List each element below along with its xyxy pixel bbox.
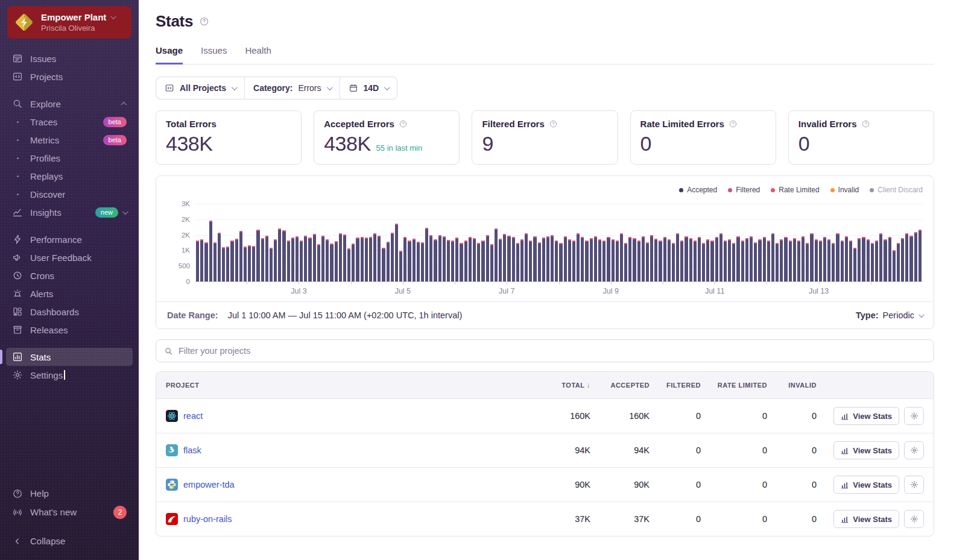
bar[interactable] xyxy=(464,241,467,282)
bar[interactable] xyxy=(244,247,247,282)
bar[interactable] xyxy=(559,243,562,282)
type-dropdown[interactable]: Type: Periodic xyxy=(856,310,923,320)
bar[interactable] xyxy=(196,241,199,282)
bar[interactable] xyxy=(434,239,437,282)
page-help-icon[interactable] xyxy=(199,16,209,27)
bar[interactable] xyxy=(710,241,713,282)
bar[interactable] xyxy=(771,233,774,282)
bar[interactable] xyxy=(209,221,212,282)
bar[interactable] xyxy=(763,237,766,282)
bar[interactable] xyxy=(516,243,519,282)
bar[interactable] xyxy=(313,234,316,282)
bar[interactable] xyxy=(218,233,221,282)
bar[interactable] xyxy=(871,243,874,282)
bar[interactable] xyxy=(555,241,558,282)
bar[interactable] xyxy=(802,236,805,282)
bar[interactable] xyxy=(628,237,631,282)
bar[interactable] xyxy=(758,239,761,282)
bar[interactable] xyxy=(598,239,601,282)
bar[interactable] xyxy=(624,243,627,282)
bar[interactable] xyxy=(291,238,294,282)
bar[interactable] xyxy=(512,237,515,282)
bar[interactable] xyxy=(875,241,878,282)
project-link[interactable]: empower-tda xyxy=(183,480,235,489)
bar[interactable] xyxy=(473,238,476,282)
bar[interactable] xyxy=(784,237,787,282)
bar[interactable] xyxy=(499,239,502,282)
sidebar-item-projects[interactable]: Projects xyxy=(6,68,133,86)
bar[interactable] xyxy=(853,248,856,282)
sidebar-item-collapse[interactable]: Collapse xyxy=(6,532,133,550)
bar[interactable] xyxy=(832,243,835,282)
bar[interactable] xyxy=(361,237,364,282)
bar[interactable] xyxy=(637,241,640,282)
bar[interactable] xyxy=(486,235,489,282)
bar[interactable] xyxy=(252,246,255,282)
bar[interactable] xyxy=(732,243,735,282)
bar[interactable] xyxy=(702,243,705,282)
bar[interactable] xyxy=(581,237,584,282)
org-switcher[interactable]: Empower Plant Priscila Oliveira xyxy=(7,6,131,39)
bar[interactable] xyxy=(867,239,870,282)
help-icon[interactable] xyxy=(549,119,558,128)
bar[interactable] xyxy=(317,244,320,282)
view-stats-button[interactable]: View Stats xyxy=(833,510,899,528)
bar[interactable] xyxy=(672,243,675,282)
bar[interactable] xyxy=(914,232,917,282)
bar[interactable] xyxy=(642,236,645,282)
bar[interactable] xyxy=(352,244,355,282)
bar[interactable] xyxy=(590,238,593,282)
bar[interactable] xyxy=(546,236,549,282)
bar[interactable] xyxy=(239,231,242,282)
sidebar-item-settings[interactable]: Settings xyxy=(6,366,133,384)
sidebar-item-profiles[interactable]: Profiles xyxy=(6,149,133,167)
bar[interactable] xyxy=(495,228,498,282)
bar[interactable] xyxy=(616,241,619,282)
bar[interactable] xyxy=(248,245,251,282)
bar[interactable] xyxy=(399,251,402,282)
bar[interactable] xyxy=(369,237,372,282)
bar[interactable] xyxy=(633,238,636,282)
sidebar-item-issues[interactable]: Issues xyxy=(6,49,133,68)
bar[interactable] xyxy=(823,237,826,282)
project-settings-button[interactable] xyxy=(904,407,924,425)
bar[interactable] xyxy=(594,236,597,282)
bar[interactable] xyxy=(897,243,900,282)
col-total[interactable]: TOTAL↓ xyxy=(523,381,590,389)
bar[interactable] xyxy=(741,241,744,282)
help-icon[interactable] xyxy=(861,119,870,128)
bar[interactable] xyxy=(646,242,649,282)
bar[interactable] xyxy=(403,237,406,282)
bar[interactable] xyxy=(330,244,333,282)
bar[interactable] xyxy=(356,238,359,282)
legend-item-accepted[interactable]: Accepted xyxy=(679,186,717,194)
bar[interactable] xyxy=(421,242,424,282)
bar[interactable] xyxy=(270,248,273,282)
bar[interactable] xyxy=(905,233,908,282)
bar[interactable] xyxy=(542,238,545,282)
bar[interactable] xyxy=(689,238,692,282)
bar[interactable] xyxy=(694,241,697,282)
project-settings-button[interactable] xyxy=(904,476,924,494)
bar[interactable] xyxy=(413,239,416,282)
bar[interactable] xyxy=(893,250,896,282)
bar[interactable] xyxy=(378,236,381,282)
bar[interactable] xyxy=(235,239,238,282)
bar[interactable] xyxy=(278,228,281,282)
bar[interactable] xyxy=(538,242,541,282)
col-invalid[interactable]: INVALID xyxy=(767,382,817,389)
legend-item-rate-limited[interactable]: Rate Limited xyxy=(771,186,819,194)
bar[interactable] xyxy=(365,238,368,282)
project-settings-button[interactable] xyxy=(904,441,924,459)
col-rate-limited[interactable]: RATE LIMITED xyxy=(701,382,767,389)
bar[interactable] xyxy=(819,241,822,282)
bar[interactable] xyxy=(443,236,446,282)
search-input[interactable] xyxy=(179,346,926,356)
bar[interactable] xyxy=(451,241,454,282)
bar[interactable] xyxy=(490,244,493,282)
bar[interactable] xyxy=(767,241,770,282)
sidebar-item-metrics[interactable]: Metricsbeta xyxy=(6,131,133,149)
bar[interactable] xyxy=(226,247,229,282)
bar[interactable] xyxy=(425,228,428,282)
project-link[interactable]: flask xyxy=(183,445,201,455)
